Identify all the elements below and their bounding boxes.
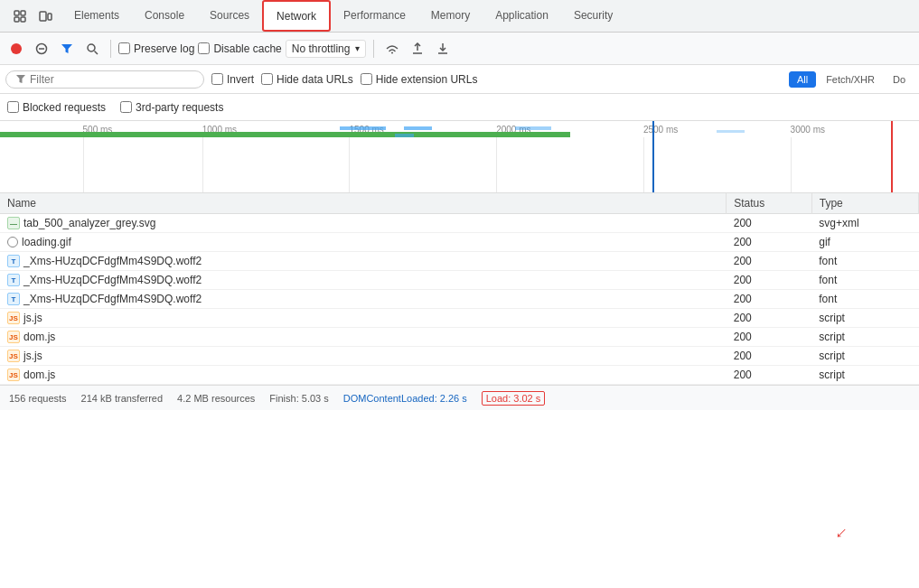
cell-status: 200 — [727, 214, 812, 233]
table-row[interactable]: T_Xms-HUzqDCFdgfMm4S9DQ.woff2 200 font — [0, 252, 919, 271]
type-btn-fetch-xhr[interactable]: Fetch/XHR — [818, 71, 883, 88]
record-button[interactable] — [5, 38, 27, 60]
blocked-requests-checkbox[interactable]: Blocked requests — [7, 101, 106, 114]
network-table-wrap[interactable]: Name Status Type —tab_500_analyzer_grey.… — [0, 193, 919, 385]
table-row[interactable]: —tab_500_analyzer_grey.svg 200 svg+xml — [0, 214, 919, 233]
resources-size: 4.2 MB resources — [177, 393, 255, 404]
script-icon: JS — [7, 312, 20, 324]
export-har-button[interactable] — [432, 38, 454, 60]
cell-status: 200 — [727, 271, 812, 290]
cell-status: 200 — [727, 328, 812, 347]
filter-icon — [15, 74, 26, 85]
tab-application[interactable]: Application — [483, 0, 561, 32]
disable-cache-checkbox[interactable]: Disable cache — [198, 42, 281, 55]
type-btn-doc[interactable]: Do — [885, 71, 914, 88]
tab-network[interactable]: Network ▼ — [262, 0, 331, 32]
grid-line-6 — [791, 137, 792, 192]
grid-line-2 — [202, 137, 203, 192]
cell-status: 200 — [727, 347, 812, 366]
svg-point-6 — [11, 43, 22, 54]
timeline-blue-bar-1 — [340, 126, 386, 130]
table-row[interactable]: T_Xms-HUzqDCFdgfMm4S9DQ.woff2 200 font — [0, 290, 919, 309]
device-icon-btn[interactable] — [34, 5, 56, 27]
tab-icons-group — [4, 0, 61, 32]
table-row[interactable]: JSdom.js 200 script — [0, 328, 919, 347]
pointer-icon-btn[interactable] — [9, 5, 31, 27]
tabs-bar: Elements Console Sources Network ▼ Perfo… — [0, 0, 919, 33]
load-event-line — [891, 121, 893, 192]
preserve-log-checkbox[interactable]: Preserve log — [118, 42, 194, 55]
import-har-button[interactable] — [407, 38, 428, 60]
hide-ext-urls-checkbox[interactable]: Hide extension URLs — [361, 73, 478, 86]
dom-content-loaded-line — [652, 121, 654, 192]
timeline-blue-bar-2 — [404, 126, 432, 130]
filter-toggle-button[interactable] — [56, 38, 78, 60]
preserve-log-input[interactable] — [118, 42, 130, 54]
filter-input[interactable] — [30, 73, 192, 86]
cell-name: JSjs.js — [0, 347, 727, 366]
col-header-type[interactable]: Type — [811, 193, 918, 214]
clear-button[interactable] — [31, 38, 52, 60]
cell-name: JSjs.js — [0, 309, 727, 328]
throttle-select[interactable]: No throttling ▾ — [286, 40, 367, 58]
third-party-input[interactable] — [120, 101, 132, 113]
separator-2 — [373, 40, 374, 58]
cell-name: —tab_500_analyzer_grey.svg — [0, 214, 727, 233]
script-icon: JS — [7, 331, 20, 343]
tab-memory[interactable]: Memory — [418, 0, 483, 32]
cell-name: loading.gif — [0, 233, 727, 252]
script-icon: JS — [7, 350, 20, 362]
type-filter-buttons: All Fetch/XHR Do — [789, 71, 914, 88]
timeline-area[interactable]: 500 ms 1000 ms 1500 ms 2000 ms 2500 ms 3… — [0, 121, 919, 193]
table-row[interactable]: JSdom.js 200 script — [0, 366, 919, 385]
tab-sources[interactable]: Sources — [197, 0, 262, 32]
cell-type: script — [811, 366, 918, 385]
ruler-label-2500: 2500 ms — [643, 125, 678, 135]
timeline-green-bar — [0, 132, 570, 137]
requests-count: 156 requests — [9, 393, 67, 404]
hide-data-urls-input[interactable] — [261, 73, 273, 85]
blocked-bar: Blocked requests 3rd-party requests — [0, 94, 919, 121]
timeline-blue-bar-3 — [395, 134, 413, 137]
search-button[interactable] — [81, 38, 103, 60]
table-row[interactable]: loading.gif 200 gif — [0, 233, 919, 252]
invert-checkbox[interactable]: Invert — [211, 73, 254, 86]
script-icon: JS — [7, 369, 20, 381]
hide-data-urls-checkbox[interactable]: Hide data URLs — [261, 73, 353, 86]
hide-ext-urls-input[interactable] — [361, 73, 372, 85]
load-arrow-icon: ↓ — [831, 522, 852, 543]
svg-rect-1 — [21, 11, 25, 15]
tab-performance[interactable]: Performance — [331, 0, 418, 32]
table-row[interactable]: JSjs.js 200 script — [0, 309, 919, 328]
network-conditions-icon[interactable] — [381, 38, 403, 60]
blocked-requests-input[interactable] — [7, 101, 19, 113]
cell-type: svg+xml — [811, 214, 918, 233]
cell-name: JSdom.js — [0, 366, 727, 385]
filter-input-wrap — [5, 70, 204, 89]
dom-content-loaded-time: DOMContentLoaded: 2.26 s — [343, 393, 467, 404]
cell-type: font — [811, 290, 918, 309]
table-row[interactable]: JSjs.js 200 script — [0, 347, 919, 366]
separator-1 — [110, 40, 111, 58]
cell-name: T_Xms-HUzqDCFdgfMm4S9DQ.woff2 — [0, 252, 727, 271]
network-table: Name Status Type —tab_500_analyzer_grey.… — [0, 193, 919, 385]
font-icon: T — [7, 255, 20, 267]
svg-point-9 — [88, 44, 95, 51]
tab-elements[interactable]: Elements — [61, 0, 132, 32]
col-header-name[interactable]: Name — [0, 193, 727, 214]
grid-line-4 — [496, 137, 497, 192]
disable-cache-input[interactable] — [198, 42, 210, 54]
invert-input[interactable] — [211, 73, 223, 85]
cell-type: script — [811, 347, 918, 366]
third-party-checkbox[interactable]: 3rd-party requests — [120, 101, 223, 114]
status-bar: 156 requests 214 kB transferred 4.2 MB r… — [0, 385, 919, 410]
filter-bar: Invert Hide data URLs Hide extension URL… — [0, 65, 919, 94]
col-header-status[interactable]: Status — [727, 193, 812, 214]
svg-rect-3 — [21, 17, 25, 22]
tab-security[interactable]: Security — [561, 0, 625, 32]
table-row[interactable]: T_Xms-HUzqDCFdgfMm4S9DQ.woff2 200 font — [0, 271, 919, 290]
cell-type: font — [811, 271, 918, 290]
throttle-chevron-icon: ▾ — [355, 43, 360, 53]
tab-console[interactable]: Console — [132, 0, 197, 32]
type-btn-all[interactable]: All — [789, 71, 816, 88]
